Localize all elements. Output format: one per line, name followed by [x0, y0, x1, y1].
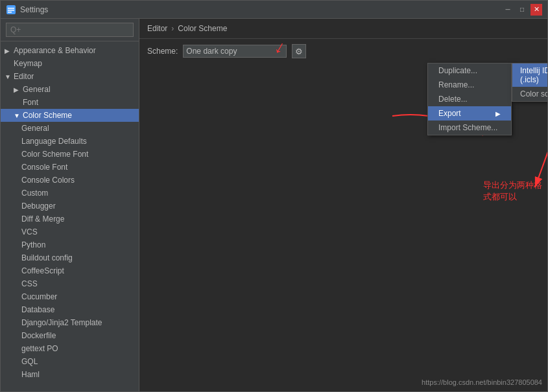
breadcrumb: Editor › Color Scheme — [139, 19, 547, 39]
breadcrumb-editor: Editor — [147, 24, 167, 33]
sidebar-item-cs-general[interactable]: General — [1, 122, 139, 135]
sidebar-item-label: Console Colors — [21, 176, 75, 185]
main-area: Editor › Color Scheme Scheme: One dark c… — [139, 19, 547, 391]
sidebar-item-cs-coffeescript[interactable]: CoffeeScript — [1, 264, 139, 277]
sidebar-item-cs-database[interactable]: Database — [1, 303, 139, 316]
sidebar-tree: ▶ Appearance & Behavior Keymap ▼ Editor … — [1, 41, 139, 391]
content-area: ▶ Appearance & Behavior Keymap ▼ Editor … — [1, 19, 547, 391]
sidebar-item-label: CSS — [21, 279, 38, 288]
sidebar-item-label: Console Font — [21, 163, 67, 172]
search-box — [1, 19, 139, 41]
sidebar-item-label: General — [23, 85, 51, 94]
dropdown-item-import[interactable]: Import Scheme... — [428, 121, 511, 135]
title-bar: Settings ─ □ ✕ — [1, 1, 547, 19]
sidebar-item-cs-console-font[interactable]: Console Font — [1, 161, 139, 174]
sidebar-item-cs-debugger[interactable]: Debugger — [1, 200, 139, 213]
sidebar-item-cs-dockerfile[interactable]: Dockerfile — [1, 329, 139, 342]
svg-rect-2 — [8, 10, 14, 11]
dropdown-item-label: Import Scheme... — [438, 123, 497, 132]
scheme-label: Scheme: — [147, 47, 178, 56]
sidebar-item-cs-cucumber[interactable]: Cucumber — [1, 290, 139, 303]
dropdown-item-export[interactable]: Export ▶ — [428, 106, 511, 121]
sidebar-item-general[interactable]: ▶ General — [1, 83, 139, 96]
sidebar-item-label: Appearance & Behavior — [14, 46, 96, 55]
sidebar-item-cs-custom[interactable]: Custom — [1, 187, 139, 200]
expand-arrow: ▼ — [14, 112, 20, 119]
sidebar-item-label: CoffeeScript — [21, 266, 64, 275]
scheme-select[interactable]: One dark copy — [183, 45, 287, 58]
minimize-button[interactable]: ─ — [502, 4, 514, 16]
sidebar-item-cs-font[interactable]: Color Scheme Font — [1, 148, 139, 161]
sidebar-item-label: Keymap — [14, 59, 42, 68]
sidebar: ▶ Appearance & Behavior Keymap ▼ Editor … — [1, 19, 139, 391]
sidebar-item-keymap[interactable]: Keymap — [1, 57, 139, 70]
sidebar-item-label: General — [21, 124, 49, 133]
sidebar-item-label: Editor — [14, 72, 34, 81]
sidebar-item-cs-buildout[interactable]: Buildout config — [1, 251, 139, 264]
sidebar-item-label: Django/Jinja2 Template — [21, 318, 102, 327]
sidebar-item-label: gettext PO — [21, 344, 58, 353]
sidebar-item-cs-gql[interactable]: GQL — [1, 355, 139, 368]
sidebar-item-label: Language Defaults — [21, 137, 87, 146]
sidebar-item-label: Dockerfile — [21, 331, 56, 340]
submenu-item-icls[interactable]: Intellij IDEA color scheme (.icls) — [512, 63, 547, 87]
sidebar-item-cs-python[interactable]: Python — [1, 238, 139, 251]
submenu-item-label: Color scheme plug-in .jar — [520, 89, 547, 98]
sidebar-item-label: Buildout config — [21, 253, 73, 262]
sidebar-item-label: Debugger — [21, 202, 56, 211]
maximize-button[interactable]: □ — [516, 4, 528, 16]
dropdown-item-duplicate[interactable]: Duplicate... — [428, 63, 511, 78]
sidebar-item-label: Color Scheme Font — [21, 150, 88, 159]
sidebar-item-cs-gettext[interactable]: gettext PO — [1, 342, 139, 355]
sidebar-item-cs-lang-defaults[interactable]: Language Defaults — [1, 135, 139, 148]
submenu: Intellij IDEA color scheme (.icls) Color… — [512, 63, 547, 102]
sidebar-item-font[interactable]: Font — [1, 96, 139, 109]
sidebar-item-label: Custom — [21, 189, 48, 198]
sidebar-item-cs-haml[interactable]: Haml — [1, 368, 139, 381]
sidebar-item-appearance[interactable]: ▶ Appearance & Behavior — [1, 44, 139, 57]
dropdown-item-delete[interactable]: Delete... — [428, 92, 511, 106]
sidebar-item-label: Python — [21, 240, 45, 249]
sidebar-item-label: GQL — [21, 357, 38, 366]
sidebar-item-label: Color Scheme — [23, 111, 72, 120]
dropdown-item-label: Rename... — [438, 80, 474, 89]
breadcrumb-separator: › — [171, 24, 174, 33]
close-button[interactable]: ✕ — [530, 4, 542, 16]
gear-button[interactable]: ⚙ — [292, 44, 306, 58]
expand-arrow: ▶ — [14, 86, 20, 93]
submenu-arrow-icon: ▶ — [495, 110, 501, 117]
scheme-row: Scheme: One dark copy ⚙ — [139, 39, 547, 63]
window-controls: ─ □ ✕ — [502, 4, 542, 16]
submenu-item-jar[interactable]: Color scheme plug-in .jar — [512, 87, 547, 101]
sidebar-item-cs-vcs[interactable]: VCS — [1, 225, 139, 238]
svg-rect-1 — [8, 8, 14, 9]
annotation-arrow-down — [516, 148, 547, 200]
sidebar-item-cs-console-colors[interactable]: Console Colors — [1, 174, 139, 187]
dropdown-menu: Duplicate... Rename... Delete... Export … — [427, 63, 512, 135]
sidebar-item-color-scheme[interactable]: ▼ Color Scheme — [1, 109, 139, 122]
sidebar-item-label: Diff & Merge — [21, 214, 64, 224]
sidebar-item-label: Database — [21, 305, 54, 314]
scheme-select-wrapper: One dark copy — [183, 45, 287, 58]
sidebar-item-cs-diff-merge[interactable]: Diff & Merge — [1, 213, 139, 225]
gear-icon: ⚙ — [295, 47, 303, 56]
submenu-item-label: Intellij IDEA color scheme (.icls) — [520, 66, 547, 84]
sidebar-item-cs-django[interactable]: Django/Jinja2 Template — [1, 316, 139, 329]
sidebar-item-editor[interactable]: ▼ Editor — [1, 70, 139, 83]
dropdown-item-label: Duplicate... — [438, 66, 477, 75]
dropdown-item-rename[interactable]: Rename... — [428, 78, 511, 92]
watermark: https://blog.csdn.net/binbin327805084 — [422, 378, 542, 386]
sidebar-item-label: Font — [23, 98, 38, 107]
sidebar-item-label: Haml — [21, 370, 40, 379]
sidebar-item-cs-css[interactable]: CSS — [1, 277, 139, 290]
window-icon — [6, 5, 16, 15]
sidebar-item-label: Cucumber — [21, 292, 57, 301]
dropdown-item-label: Delete... — [438, 95, 468, 104]
expand-arrow: ▶ — [5, 47, 11, 54]
dropdown-item-label: Export — [438, 109, 461, 118]
annotation-text: 导出分为两种格式都可以 — [483, 179, 547, 203]
search-input[interactable] — [6, 23, 134, 37]
svg-rect-3 — [8, 12, 12, 13]
settings-window: Settings ─ □ ✕ ▶ Appearance & Behavior — [0, 0, 548, 392]
sidebar-item-label: VCS — [21, 227, 38, 236]
